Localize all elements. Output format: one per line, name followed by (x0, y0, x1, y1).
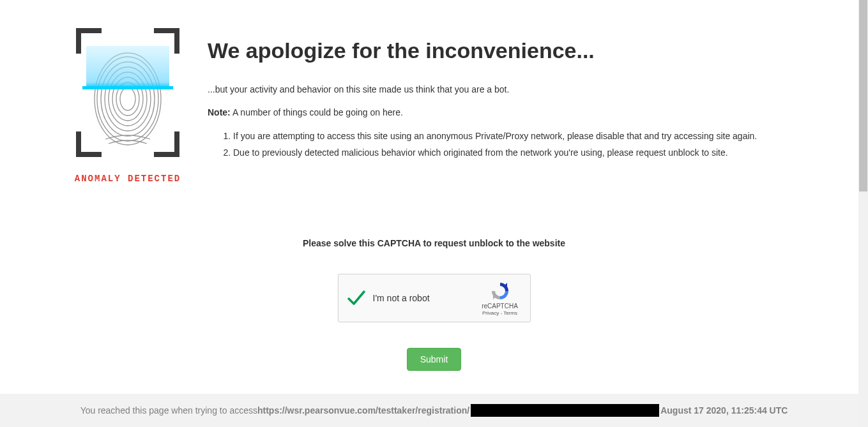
footer-bar: You reached this page when trying to acc… (0, 394, 868, 427)
note-line: Note: A number of things could be going … (208, 105, 830, 119)
recaptcha-widget[interactable]: I'm not a robot reCAPTCHA Privacy - Term… (338, 274, 531, 322)
intro-text: ...but your activity and behavior on thi… (208, 82, 830, 96)
content-column: We apologize for the inconvenience... ..… (198, 26, 830, 184)
scrollbar-thumb[interactable] (859, 0, 867, 191)
submit-button[interactable]: Submit (407, 348, 462, 371)
footer-date: August 17 2020, 11:25:44 UTC (660, 405, 788, 416)
recaptcha-logo-icon (490, 281, 510, 301)
recaptcha-privacy-link[interactable]: Privacy (482, 310, 499, 316)
footer-redacted (471, 404, 659, 417)
footer-url: https://wsr.pearsonvue.com/testtaker/reg… (257, 405, 469, 416)
reasons-list: If you are attempting to access this sit… (233, 129, 830, 161)
note-label: Note: (208, 107, 231, 117)
recaptcha-label: I'm not a robot (373, 293, 478, 303)
captcha-section: Please solve this CAPTCHA to request unb… (0, 238, 868, 371)
reason-item: If you are attempting to access this sit… (233, 129, 830, 144)
vertical-scrollbar[interactable] (858, 0, 868, 427)
recaptcha-branding: reCAPTCHA Privacy - Terms (478, 281, 522, 316)
fingerprint-scan-icon (73, 26, 182, 160)
reason-item: Due to previously detected malicious beh… (233, 146, 830, 161)
checkmark-icon (346, 288, 367, 308)
graphic-column: ANOMALY DETECTED (57, 26, 198, 184)
captcha-heading: Please solve this CAPTCHA to request unb… (0, 238, 868, 248)
anomaly-detected-label: ANOMALY DETECTED (75, 174, 181, 184)
svg-rect-8 (86, 46, 169, 88)
recaptcha-brand-text: reCAPTCHA (482, 303, 518, 310)
svg-rect-9 (82, 86, 173, 89)
footer-prefix: You reached this page when trying to acc… (80, 405, 257, 416)
recaptcha-terms-link[interactable]: Terms (503, 310, 517, 316)
page-heading: We apologize for the inconvenience... (208, 38, 830, 63)
main-container: ANOMALY DETECTED We apologize for the in… (0, 0, 868, 184)
recaptcha-links: Privacy - Terms (482, 310, 517, 316)
svg-point-0 (120, 87, 135, 110)
note-text: A number of things could be going on her… (231, 107, 403, 117)
